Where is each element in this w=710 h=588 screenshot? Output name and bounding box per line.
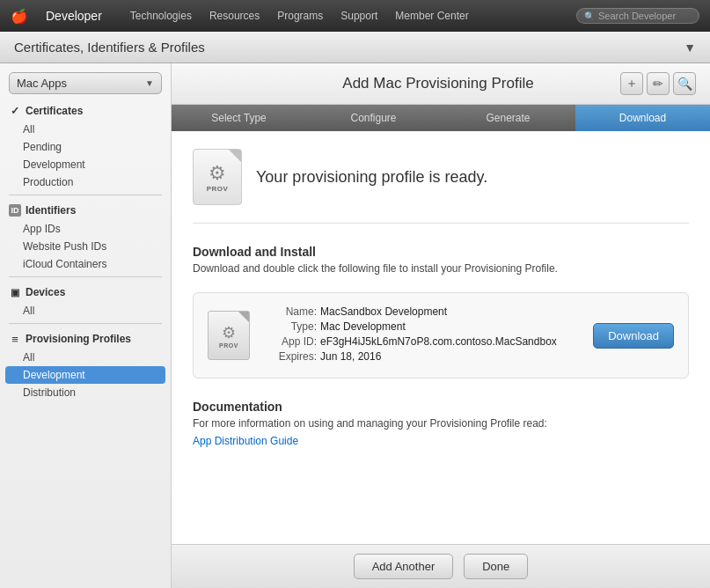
sidebar-item-certificates-development[interactable]: Development xyxy=(0,156,171,173)
content-header: Add Mac Provisioning Profile ＋ ✏ 🔍 xyxy=(172,63,710,105)
profile-prov-label: PROV xyxy=(219,342,238,349)
profile-prov-corner xyxy=(238,312,249,322)
content-footer: Add Another Done xyxy=(172,544,710,588)
search-button[interactable]: 🔍 xyxy=(673,72,696,95)
certificates-label: Certificates xyxy=(26,105,83,117)
profile-detail-expires: Expires: Jun 18, 2016 xyxy=(264,350,579,363)
apple-logo-icon: 🍎 xyxy=(11,8,28,25)
nav-programs[interactable]: Programs xyxy=(277,10,323,22)
devices-header: ▣ Devices xyxy=(0,283,171,302)
content-area: Add Mac Provisioning Profile ＋ ✏ 🔍 Selec… xyxy=(172,63,710,588)
sidebar-divider-1 xyxy=(9,195,162,195)
sidebar-divider-3 xyxy=(9,323,162,324)
sidebar-item-provisioning-all[interactable]: All xyxy=(0,349,171,366)
provisioning-icon: ≡ xyxy=(9,333,21,345)
sidebar: Mac Apps ▼ ✓ Certificates All Pending De… xyxy=(0,63,172,588)
sidebar-item-certificates-all[interactable]: All xyxy=(0,121,171,138)
profile-detail-name: Name: MacSandbox Development xyxy=(264,305,579,318)
provisioning-header: ≡ Provisioning Profiles xyxy=(0,329,171,349)
nav-technologies[interactable]: Technologies xyxy=(130,10,192,22)
prov-icon-label: PROV xyxy=(207,185,229,193)
sidebar-item-certificates-pending[interactable]: Pending xyxy=(0,138,171,156)
ready-section: PROV Your provisioning profile is ready. xyxy=(193,149,689,224)
name-label: Name: xyxy=(264,305,317,318)
sidebar-item-app-ids[interactable]: App IDs xyxy=(0,220,171,238)
type-label: Type: xyxy=(264,320,317,333)
app-distribution-guide-link[interactable]: App Distribution Guide xyxy=(193,435,298,447)
expires-value: Jun 18, 2016 xyxy=(320,350,381,363)
sidebar-section-provisioning: ≡ Provisioning Profiles All Development … xyxy=(0,329,171,401)
sidebar-item-devices-all[interactable]: All xyxy=(0,302,171,320)
sidebar-item-icloud-containers[interactable]: iCloud Containers xyxy=(0,255,171,273)
search-box[interactable]: 🔍 xyxy=(576,8,699,24)
profile-detail-type: Type: Mac Development xyxy=(264,320,579,333)
sidebar-item-provisioning-development[interactable]: Development xyxy=(5,366,165,384)
doc-section: Documentation For more information on us… xyxy=(193,396,689,447)
top-nav: 🍎 Developer Technologies Resources Progr… xyxy=(0,0,710,32)
sidebar-item-website-push-ids[interactable]: Website Push IDs xyxy=(0,238,171,255)
brand-name: Developer xyxy=(46,9,102,23)
install-section: Download and Install Download and double… xyxy=(193,245,689,275)
doc-title: Documentation xyxy=(193,400,689,414)
identifiers-header: ID Identifiers xyxy=(0,201,171,220)
step-generate: Generate xyxy=(441,105,575,131)
prov-icon-corner xyxy=(229,150,241,162)
identifiers-icon: ID xyxy=(9,204,21,217)
content-body: PROV Your provisioning profile is ready.… xyxy=(172,131,710,544)
sidebar-section-identifiers: ID Identifiers App IDs Website Push IDs … xyxy=(0,201,171,273)
profile-details: Name: MacSandbox Development Type: Mac D… xyxy=(264,305,579,365)
appid-label: App ID: xyxy=(264,335,317,348)
mac-apps-label: Mac Apps xyxy=(17,77,67,90)
nav-resources[interactable]: Resources xyxy=(209,10,260,22)
identifiers-label: Identifiers xyxy=(26,204,76,217)
expires-label: Expires: xyxy=(264,350,317,363)
devices-icon: ▣ xyxy=(9,286,21,298)
provisioning-label: Provisioning Profiles xyxy=(26,333,131,345)
profile-prov-icon: PROV xyxy=(208,311,250,360)
certificates-header: ✓ Certificates xyxy=(0,101,171,121)
sub-header: Certificates, Identifiers & Profiles ▼ xyxy=(0,32,710,63)
profile-card: PROV Name: MacSandbox Development Type: … xyxy=(193,292,689,379)
provisioning-profile-icon-ready: PROV xyxy=(193,149,242,205)
type-value: Mac Development xyxy=(320,320,406,333)
certificates-icon: ✓ xyxy=(9,105,21,117)
sidebar-section-devices: ▣ Devices All xyxy=(0,283,171,320)
nav-links: Technologies Resources Programs Support … xyxy=(130,10,562,22)
add-button[interactable]: ＋ xyxy=(620,72,643,95)
appid-value: eF3gH4iJ5kL6mN7oP8.com.contoso.MacSandbo… xyxy=(320,335,557,348)
ready-message: Your provisioning profile is ready. xyxy=(256,168,487,187)
step-select-type: Select Type xyxy=(172,105,306,131)
devices-label: Devices xyxy=(26,286,65,298)
page-title: Add Mac Provisioning Profile xyxy=(256,75,620,92)
search-icon: 🔍 xyxy=(584,11,595,21)
install-description: Download and double click the following … xyxy=(193,262,689,275)
header-icons: ＋ ✏ 🔍 xyxy=(620,72,696,95)
add-another-button[interactable]: Add Another xyxy=(354,554,454,579)
search-input[interactable] xyxy=(598,11,695,21)
install-title: Download and Install xyxy=(193,245,689,259)
name-value: MacSandbox Development xyxy=(320,305,447,318)
done-button[interactable]: Done xyxy=(464,554,528,579)
profile-detail-appid: App ID: eF3gH4iJ5kL6mN7oP8.com.contoso.M… xyxy=(264,335,579,348)
dropdown-arrow-icon: ▼ xyxy=(145,78,154,88)
sidebar-section-certificates: ✓ Certificates All Pending Development P… xyxy=(0,101,171,191)
main-layout: Mac Apps ▼ ✓ Certificates All Pending De… xyxy=(0,63,710,588)
sidebar-item-provisioning-distribution[interactable]: Distribution xyxy=(0,384,171,401)
steps-bar: Select Type Configure Generate Download xyxy=(172,105,710,131)
sub-header-title: Certificates, Identifiers & Profiles xyxy=(14,40,205,55)
step-download: Download xyxy=(575,105,710,131)
profile-download-button[interactable]: Download xyxy=(593,323,674,349)
mac-apps-dropdown[interactable]: Mac Apps ▼ xyxy=(9,72,162,94)
sub-header-arrow-icon[interactable]: ▼ xyxy=(684,40,696,55)
sidebar-divider-2 xyxy=(9,276,162,277)
nav-member-center[interactable]: Member Center xyxy=(395,10,468,22)
doc-description: For more information on using and managi… xyxy=(193,417,689,430)
edit-button[interactable]: ✏ xyxy=(647,72,670,95)
nav-support[interactable]: Support xyxy=(340,10,377,22)
step-configure: Configure xyxy=(306,105,441,131)
sidebar-item-certificates-production[interactable]: Production xyxy=(0,173,171,191)
